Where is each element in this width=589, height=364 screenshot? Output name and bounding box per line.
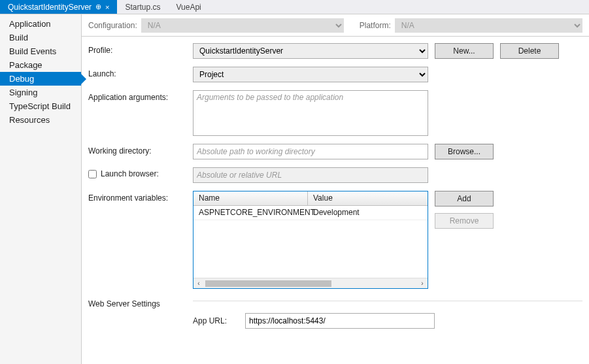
launch-browser-row: Launch browser: [88,167,582,183]
appurl-label: App URL: [193,316,239,325]
tab-label: QuickstartIdentityServer [8,3,92,12]
envvars-row: Environment variables: Name Value ASPNET… [88,191,582,289]
platform-label: Platform: [360,21,391,30]
env-table-header: Name Value [194,191,428,206]
config-topbar: Configuration: N/A Platform: N/A [82,14,589,37]
env-table[interactable]: Name Value ASPNETCORE_ENVIRONMENT Develo… [193,191,428,289]
appurl-input[interactable] [245,313,435,329]
sidebar-item-typescript-build[interactable]: TypeScript Build [0,99,81,113]
sidebar-item-debug[interactable]: Debug [0,72,81,86]
content-panel: Configuration: N/A Platform: N/A Profile… [82,14,589,364]
browse-button[interactable]: Browse... [435,144,494,159]
tab-vueapi[interactable]: VueApi [169,0,209,14]
appargs-row: Application arguments: [88,90,582,136]
appurl-row: App URL: [193,313,582,329]
env-row[interactable]: ASPNETCORE_ENVIRONMENT Development [194,206,428,220]
sidebar-item-build-events[interactable]: Build Events [0,44,81,58]
sidebar-item-application[interactable]: Application [0,17,81,31]
properties-sidebar: Application Build Build Events Package D… [0,14,82,364]
env-table-body: ASPNETCORE_ENVIRONMENT Development [194,206,428,278]
tab-quickstart[interactable]: QuickstartIdentityServer ⊕ × [0,0,117,14]
sidebar-item-resources[interactable]: Resources [0,113,81,127]
launch-row: Launch: Project [88,67,582,82]
workdir-row: Working directory: Browse... [88,144,582,159]
scroll-right-icon[interactable]: › [417,280,428,287]
env-cell-value: Development [308,206,428,220]
launch-select[interactable]: Project [193,67,428,82]
env-cell-name: ASPNETCORE_ENVIRONMENT [194,206,308,220]
launch-browser-label: Launch browser: [101,169,159,178]
debug-form: Profile: QuickstartIdentityServer New...… [82,37,589,335]
tab-label: Startup.cs [125,3,160,12]
scroll-thumb[interactable] [205,280,416,287]
env-col-name[interactable]: Name [194,191,308,205]
tab-startup[interactable]: Startup.cs [117,0,168,14]
sidebar-item-build[interactable]: Build [0,31,81,44]
appargs-label: Application arguments: [88,90,193,102]
profile-label: Profile: [88,43,193,55]
appargs-input[interactable] [193,90,428,136]
launch-label: Launch: [88,67,193,78]
profile-select[interactable]: QuickstartIdentityServer [193,43,428,59]
profile-row: Profile: QuickstartIdentityServer New...… [88,43,582,59]
remove-envvar-button: Remove [435,213,494,229]
sidebar-item-signing[interactable]: Signing [0,86,81,99]
workdir-label: Working directory: [88,144,193,156]
new-profile-button[interactable]: New... [435,43,494,59]
launch-browser-checkbox[interactable] [88,170,97,178]
main-area: Application Build Build Events Package D… [0,14,589,364]
close-icon[interactable]: × [105,3,109,11]
platform-select: N/A [395,18,582,33]
workdir-input[interactable] [193,144,428,159]
pin-icon[interactable]: ⊕ [95,3,101,11]
configuration-select: N/A [141,18,344,33]
tab-label: VueApi [177,3,201,12]
webserver-label: Web Server Settings [88,297,193,308]
divider [193,301,582,301]
scroll-left-icon[interactable]: ‹ [194,280,204,287]
launch-browser-url-input [193,167,428,183]
sidebar-item-package[interactable]: Package [0,58,81,72]
webserver-row: Web Server Settings [88,297,582,310]
delete-profile-button[interactable]: Delete [500,43,559,59]
env-scrollbar[interactable]: ‹ › [194,278,428,288]
envvars-label: Environment variables: [88,191,193,203]
editor-tabs: QuickstartIdentityServer ⊕ × Startup.cs … [0,0,589,14]
env-col-value[interactable]: Value [308,191,428,205]
add-envvar-button[interactable]: Add [435,191,494,207]
configuration-label: Configuration: [88,21,137,30]
